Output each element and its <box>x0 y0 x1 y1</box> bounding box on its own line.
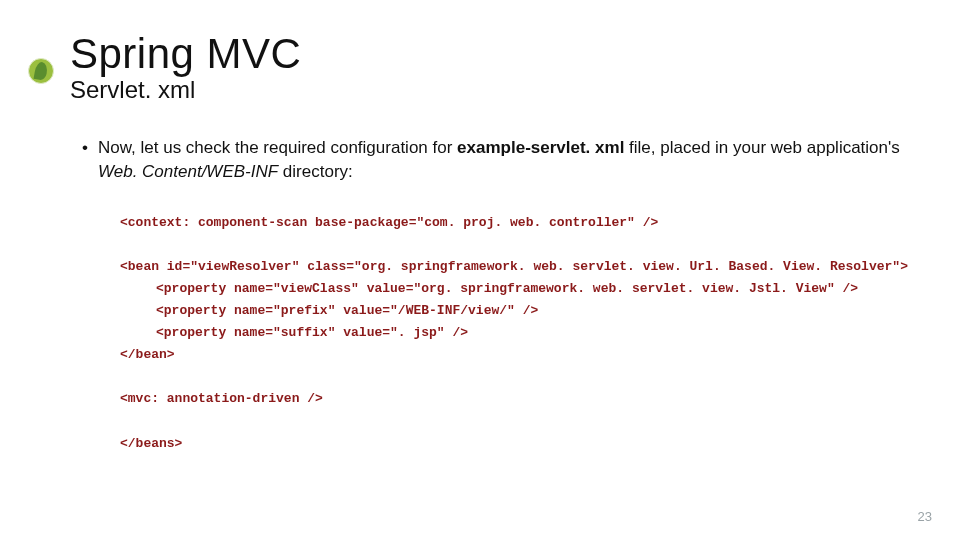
code-line-2: <bean id="viewResolver" class="org. spri… <box>120 256 900 278</box>
bullet-item: Now, let us check the required configura… <box>82 136 900 184</box>
slide: Spring MVC Servlet. xml Now, let us chec… <box>0 0 960 540</box>
code-blank <box>120 234 900 256</box>
page-number: 23 <box>918 509 932 524</box>
bullet-text-ital: Web. Content/WEB-INF <box>98 162 278 181</box>
code-line-7: <mvc: annotation-driven /> <box>120 388 900 410</box>
code-blank <box>120 366 900 388</box>
page-subtitle: Servlet. xml <box>70 76 900 104</box>
bullet-text-bold: example-servlet. xml <box>457 138 624 157</box>
code-block: <context: component-scan base-package="c… <box>120 212 900 455</box>
logo-circle <box>28 58 54 84</box>
code-blank <box>120 410 900 432</box>
code-line-4: <property name="prefix" value="/WEB-INF/… <box>120 300 900 322</box>
bullet-list: Now, let us check the required configura… <box>82 136 900 184</box>
code-line-8: </beans> <box>120 433 900 455</box>
code-line-5: <property name="suffix" value=". jsp" /> <box>120 322 900 344</box>
bullet-text-lead: Now, let us check the required configura… <box>98 138 457 157</box>
code-line-3: <property name="viewClass" value="org. s… <box>120 278 900 300</box>
title-block: Spring MVC Servlet. xml <box>70 30 900 104</box>
spring-logo <box>28 58 56 86</box>
page-title: Spring MVC <box>70 30 900 78</box>
bullet-text-mid: file, placed in your web application's <box>624 138 899 157</box>
leaf-icon <box>34 61 49 81</box>
code-line-1: <context: component-scan base-package="c… <box>120 212 900 234</box>
code-line-6: </bean> <box>120 344 900 366</box>
bullet-text-tail: directory: <box>278 162 353 181</box>
